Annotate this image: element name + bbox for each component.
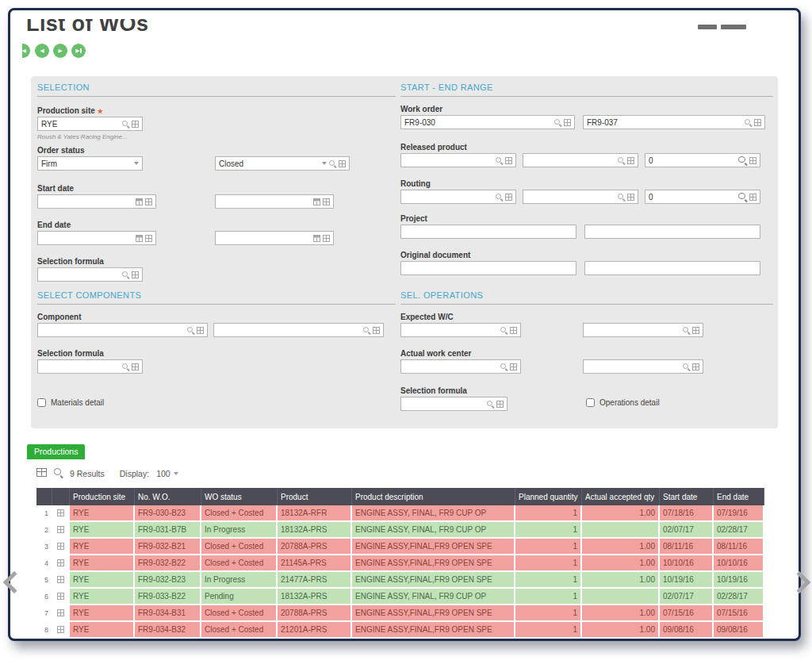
table-cell[interactable]: RYE xyxy=(70,505,135,522)
component-from-input[interactable] xyxy=(37,323,208,337)
lookup-grid-icon[interactable] xyxy=(323,235,330,242)
table-cell[interactable]: 02/07/17 xyxy=(660,522,714,539)
table-cell[interactable]: FR9-032-B23 xyxy=(135,572,201,589)
table-cell[interactable] xyxy=(582,522,660,539)
grid-edit-icon[interactable] xyxy=(36,468,47,478)
order-status-to-select[interactable]: Closed xyxy=(215,156,350,171)
search-icon[interactable] xyxy=(496,157,503,164)
lookup-grid-icon[interactable] xyxy=(496,401,504,408)
row-grid-icon[interactable] xyxy=(52,505,70,522)
lookup-grid-icon[interactable] xyxy=(132,121,139,128)
lookup-grid-icon[interactable] xyxy=(197,327,204,334)
table-header-product-description[interactable]: Product description xyxy=(352,488,515,505)
table-cell[interactable]: Pending xyxy=(201,589,278,605)
table-header-wo-status[interactable]: WO status xyxy=(201,488,278,505)
routing-extra-input[interactable] xyxy=(645,190,760,204)
table-cell[interactable]: 1 xyxy=(515,605,582,622)
table-cell[interactable]: 09/08/16 xyxy=(714,622,764,639)
lookup-grid-icon[interactable] xyxy=(510,327,517,334)
start-date-from-value[interactable] xyxy=(41,195,132,208)
table-cell[interactable]: RYE xyxy=(70,555,135,572)
table-cell[interactable]: 10/19/16 xyxy=(714,572,764,589)
table-cell[interactable]: ENGINE ASSY, FINAL, FR9 CUP OP xyxy=(352,589,515,605)
table-cell[interactable]: 1.00 xyxy=(582,555,660,572)
search-icon[interactable] xyxy=(54,468,63,478)
table-cell[interactable]: RYE xyxy=(70,622,135,639)
end-date-to-value[interactable] xyxy=(219,232,310,244)
table-cell[interactable]: ENGINE ASSY,FINAL,FR9 OPEN SPE xyxy=(352,555,515,572)
expected-wc-from-value[interactable] xyxy=(404,324,497,336)
search-icon[interactable] xyxy=(187,327,194,334)
project-to-value[interactable] xyxy=(588,225,756,238)
lookup-grid-icon[interactable] xyxy=(749,194,756,201)
table-cell[interactable]: RYE xyxy=(70,572,135,589)
calendar-icon[interactable] xyxy=(313,235,320,242)
row-grid-icon[interactable] xyxy=(52,539,70,555)
table-row[interactable]: 2RYEFR9-031-B7BIn Progress18132A-PRSENGI… xyxy=(36,522,764,539)
search-icon[interactable] xyxy=(122,121,129,128)
end-date-from-input[interactable] xyxy=(37,231,156,245)
expected-wc-to-value[interactable] xyxy=(587,324,680,336)
start-date-to-value[interactable] xyxy=(219,195,310,208)
table-cell[interactable]: 10/10/16 xyxy=(660,555,714,572)
table-cell[interactable]: 02/07/17 xyxy=(660,589,714,605)
row-grid-icon[interactable] xyxy=(52,622,70,639)
lookup-grid-icon[interactable] xyxy=(145,235,152,242)
calendar-icon[interactable] xyxy=(313,198,320,205)
routing-to-input[interactable] xyxy=(523,190,638,204)
table-cell[interactable]: ENGINE ASSY,FINAL,FR9 OPEN SPE xyxy=(352,622,515,639)
lookup-grid-icon[interactable] xyxy=(132,271,139,278)
table-cell[interactable]: 20788A-PRS xyxy=(278,605,352,622)
table-cell[interactable]: ENGINE ASSY,FINAL,FR9 OPEN SPE xyxy=(352,539,515,555)
production-site-value[interactable] xyxy=(41,117,119,130)
component-formula-input[interactable] xyxy=(37,359,143,374)
original-document-from-value[interactable] xyxy=(404,262,573,274)
table-cell[interactable]: 02/28/17 xyxy=(714,589,764,605)
table-cell[interactable]: ENGINE ASSY,FINAL,FR9 OPEN SPE xyxy=(352,572,515,589)
table-cell[interactable]: ENGINE ASSY, FINAL, FR9 CUP OP xyxy=(352,522,515,539)
table-row[interactable]: 1RYEFR9-030-B23Closed + Costed18132A-RFR… xyxy=(36,505,764,522)
table-cell[interactable]: 07/18/16 xyxy=(660,505,714,522)
order-status-from-select[interactable]: Firm xyxy=(37,156,143,171)
lookup-grid-icon[interactable] xyxy=(510,363,517,370)
table-row[interactable]: 8RYEFR9-034-B32Closed + Costed21201A-PRS… xyxy=(36,622,764,639)
lookup-grid-icon[interactable] xyxy=(145,198,152,205)
routing-extra-value[interactable] xyxy=(649,190,735,203)
table-cell[interactable]: ENGINE ASSY,FINAL,FR9 OPEN SPE xyxy=(352,605,515,622)
component-to-value[interactable] xyxy=(217,324,360,336)
table-cell[interactable]: 10/10/16 xyxy=(714,555,764,572)
search-icon[interactable] xyxy=(122,363,129,370)
table-cell[interactable]: 1.00 xyxy=(582,622,660,639)
project-from-input[interactable] xyxy=(400,225,576,239)
last-record-button[interactable]: ▶ xyxy=(71,44,86,58)
table-header-product[interactable]: Product xyxy=(278,488,352,505)
original-document-to-input[interactable] xyxy=(584,261,760,275)
released-product-extra-input[interactable] xyxy=(645,153,760,167)
previous-record-button[interactable]: ◀ xyxy=(35,44,49,58)
production-site-input[interactable] xyxy=(37,117,143,131)
table-cell[interactable]: FR9-032-B21 xyxy=(135,539,201,555)
table-cell[interactable]: 08/11/16 xyxy=(714,539,764,555)
lookup-grid-icon[interactable] xyxy=(749,157,756,164)
end-date-from-value[interactable] xyxy=(41,232,132,244)
released-product-from-input[interactable] xyxy=(400,153,516,167)
routing-from-input[interactable] xyxy=(400,190,516,204)
actual-work-center-from-input[interactable] xyxy=(400,359,521,374)
lookup-grid-icon[interactable] xyxy=(627,157,634,164)
table-cell[interactable]: ENGINE ASSY, FINAL, FR9 CUP OP xyxy=(352,505,515,522)
table-header-start-date[interactable]: Start date xyxy=(660,488,714,505)
actual-work-center-to-value[interactable] xyxy=(587,360,680,373)
routing-from-value[interactable] xyxy=(404,190,492,203)
work-order-to-value[interactable] xyxy=(587,116,741,129)
search-icon[interactable] xyxy=(738,156,747,165)
table-cell[interactable]: 18132A-PRS xyxy=(278,589,352,605)
table-cell[interactable]: RYE xyxy=(70,539,135,555)
table-cell[interactable]: 1 xyxy=(515,539,582,555)
table-cell[interactable]: 1 xyxy=(515,589,582,605)
search-icon[interactable] xyxy=(363,327,370,334)
table-cell[interactable]: 1.00 xyxy=(582,605,660,622)
released-product-from-value[interactable] xyxy=(404,154,492,167)
search-icon[interactable] xyxy=(496,194,503,201)
original-document-to-value[interactable] xyxy=(588,262,756,274)
table-row[interactable]: 5RYEFR9-032-B23In Progress21477A-PRSENGI… xyxy=(36,572,764,589)
